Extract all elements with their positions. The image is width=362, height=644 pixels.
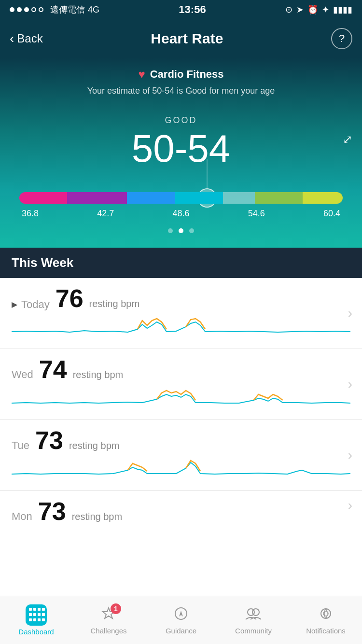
chart-today xyxy=(12,315,350,344)
challenges-badge: 1 xyxy=(111,603,121,614)
bpm-label-wed: resting bpm xyxy=(73,369,124,380)
day-label-wed: Wed xyxy=(12,368,33,381)
day-label-tue: Tue xyxy=(12,439,29,452)
chevron-right-mon: › xyxy=(348,498,352,513)
fitness-bar xyxy=(19,192,343,204)
chevron-right-today: › xyxy=(348,306,352,321)
dot-1 xyxy=(10,7,14,12)
status-icons: ⊙ ➤ ⏰ ✦ ▮▮▮▮ xyxy=(285,4,352,15)
bar-good xyxy=(175,192,223,204)
guidance-icon xyxy=(173,606,189,625)
day-label-mon: Mon xyxy=(12,510,32,523)
day-row-wed[interactable]: Wed 74 resting bpm › xyxy=(0,349,362,420)
label-604: 60.4 xyxy=(323,209,340,219)
header: ‹ Back Heart Rate ? xyxy=(0,19,362,58)
fitness-bar-container: 36.8 42.7 48.6 54.6 60.4 xyxy=(19,192,343,219)
back-button[interactable]: ‹ Back xyxy=(10,31,43,46)
day-info-today: ▶ Today 76 resting bpm xyxy=(12,286,350,311)
nav-label-dashboard: Dashboard xyxy=(18,628,54,636)
this-week-header: This Week xyxy=(0,248,362,278)
nav-item-challenges[interactable]: 1 Challenges xyxy=(72,606,145,635)
bar-excellent xyxy=(255,192,303,204)
bottom-nav: Dashboard 1 Challenges Guidance xyxy=(0,596,362,644)
nav-item-notifications[interactable]: Notifications xyxy=(290,606,362,635)
bar-good-high xyxy=(223,192,255,204)
location-icon: ➤ xyxy=(296,4,304,15)
fitness-labels: 36.8 42.7 48.6 54.6 60.4 xyxy=(19,209,343,219)
bpm-label-today: resting bpm xyxy=(89,298,140,309)
battery-icon: ▮▮▮▮ xyxy=(333,4,352,15)
chart-svg-tue xyxy=(12,457,350,486)
nav-label-notifications: Notifications xyxy=(306,627,346,635)
page-dot-3[interactable] xyxy=(189,228,194,233)
network-label: 4G xyxy=(88,5,99,15)
nav-item-community[interactable]: Community xyxy=(217,606,290,635)
label-368: 36.8 xyxy=(22,209,39,219)
back-label: Back xyxy=(17,32,42,45)
heart-icon: ♥ xyxy=(138,68,145,81)
this-week-label: This Week xyxy=(12,255,73,270)
back-arrow-icon: ‹ xyxy=(10,31,14,46)
svg-marker-2 xyxy=(179,611,183,616)
nav-item-guidance[interactable]: Guidance xyxy=(145,606,217,635)
day-info-mon: Mon 73 resting bpm xyxy=(12,499,350,524)
dot-5 xyxy=(39,7,43,12)
nav-label-community: Community xyxy=(235,627,272,635)
alarm-icon: ⏰ xyxy=(307,4,318,15)
day-row-today[interactable]: ▶ Today 76 resting bpm › xyxy=(0,278,362,349)
dot-4 xyxy=(31,7,36,12)
nav-label-guidance: Guidance xyxy=(166,627,196,635)
status-time: 13:56 xyxy=(179,3,206,16)
triangle-icon-today: ▶ xyxy=(12,300,17,309)
page-dot-2[interactable] xyxy=(179,228,183,233)
bpm-today: 76 xyxy=(56,286,84,311)
help-button[interactable]: ? xyxy=(331,28,352,49)
nav-label-challenges: Challenges xyxy=(90,627,126,635)
chart-svg-today xyxy=(12,315,350,344)
lock-icon: ⊙ xyxy=(285,4,292,15)
bar-fair xyxy=(67,192,127,204)
nav-item-dashboard[interactable]: Dashboard xyxy=(0,604,72,636)
bar-good-low xyxy=(127,192,175,204)
label-486: 48.6 xyxy=(172,209,189,219)
svg-point-5 xyxy=(321,609,331,618)
page-title: Heart Rate xyxy=(151,30,223,47)
help-icon: ? xyxy=(339,32,345,45)
dot-3 xyxy=(24,7,29,12)
cardio-fitness-row: ♥ Cardio Fitness xyxy=(14,68,348,81)
cardio-subtitle: Your estimate of 50-54 is Good for men y… xyxy=(14,86,348,96)
chevron-right-wed: › xyxy=(348,377,352,392)
status-left: 遠傳電信 4G xyxy=(10,4,99,15)
carrier-label: 遠傳電信 xyxy=(50,4,85,15)
community-icon xyxy=(245,606,262,625)
hero-section: ♥ Cardio Fitness Your estimate of 50-54 … xyxy=(0,58,362,248)
chart-wed xyxy=(12,386,350,415)
bpm-tue: 73 xyxy=(35,428,63,453)
dot-2 xyxy=(17,7,22,12)
page-dots xyxy=(14,228,348,233)
cardio-title: Cardio Fitness xyxy=(150,68,224,81)
notifications-icon xyxy=(318,606,334,625)
status-bar: 遠傳電信 4G 13:56 ⊙ ➤ ⏰ ✦ ▮▮▮▮ xyxy=(0,0,362,19)
bpm-label-mon: resting bpm xyxy=(72,511,123,522)
bpm-mon: 73 xyxy=(38,499,66,524)
expand-button[interactable]: ⤢ xyxy=(343,133,352,146)
day-label-today: ▶ Today xyxy=(12,298,50,311)
bluetooth-icon: ✦ xyxy=(322,4,329,15)
dashboard-icon xyxy=(26,604,47,626)
vo2-label: GOOD xyxy=(14,115,348,126)
chart-svg-wed xyxy=(12,386,350,415)
challenges-icon: 1 xyxy=(101,606,116,625)
chevron-right-tue: › xyxy=(348,448,352,463)
page-dot-1[interactable] xyxy=(168,228,173,233)
day-row-tue[interactable]: Tue 73 resting bpm › xyxy=(0,420,362,491)
vo2-value: 50-54 xyxy=(14,129,348,168)
svg-point-4 xyxy=(252,609,259,616)
day-info-tue: Tue 73 resting bpm xyxy=(12,428,350,453)
signal-dots xyxy=(10,7,43,12)
bpm-label-tue: resting bpm xyxy=(69,440,120,451)
bar-poor xyxy=(19,192,67,204)
day-row-mon[interactable]: Mon 73 resting bpm › xyxy=(0,491,362,524)
chart-tue xyxy=(12,457,350,486)
label-546: 54.6 xyxy=(248,209,265,219)
